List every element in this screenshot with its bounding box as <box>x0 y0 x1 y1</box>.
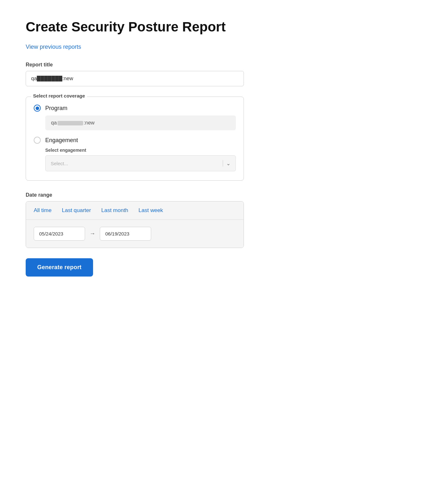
program-radio-button[interactable] <box>34 105 41 112</box>
date-range-card: All time Last quarter Last month Last we… <box>26 201 244 248</box>
select-separator <box>223 160 223 167</box>
engagement-select-dropdown[interactable]: Select... ⌄ <box>45 155 236 171</box>
start-date-input[interactable] <box>34 227 85 241</box>
chevron-down-icon: ⌄ <box>226 160 230 167</box>
date-inputs-row: → <box>26 220 244 248</box>
date-all-time-button[interactable]: All time <box>34 207 52 214</box>
program-radio-option[interactable]: Program <box>34 105 236 112</box>
date-last-week-button[interactable]: Last week <box>139 207 163 214</box>
engagement-radio-button[interactable] <box>34 137 41 144</box>
redacted-program-name <box>57 121 83 125</box>
end-date-input[interactable] <box>100 227 151 241</box>
date-range-section: Date range All time Last quarter Last mo… <box>26 192 244 248</box>
engagement-option-label: Engagement <box>45 137 78 144</box>
coverage-card: Select report coverage Program qa:new En… <box>26 97 244 181</box>
date-last-month-button[interactable]: Last month <box>101 207 128 214</box>
date-range-arrow-icon: → <box>90 230 95 237</box>
report-title-label: Report title <box>26 62 422 68</box>
engagement-select-placeholder: Select... <box>51 161 68 166</box>
program-value-display: qa:new <box>45 115 236 130</box>
report-title-input[interactable] <box>26 71 244 86</box>
generate-report-button[interactable]: Generate report <box>26 258 93 277</box>
coverage-legend: Select report coverage <box>31 93 87 98</box>
engagement-radio-option[interactable]: Engagement <box>34 137 236 144</box>
date-quick-options-bar: All time Last quarter Last month Last we… <box>26 201 244 220</box>
program-option-label: Program <box>45 105 67 112</box>
engagement-select-label: Select engagement <box>45 148 236 153</box>
page-title: Create Security Posture Report <box>26 19 422 35</box>
date-range-label: Date range <box>26 192 244 198</box>
view-previous-reports-link[interactable]: View previous reports <box>26 44 81 50</box>
date-last-quarter-button[interactable]: Last quarter <box>62 207 91 214</box>
